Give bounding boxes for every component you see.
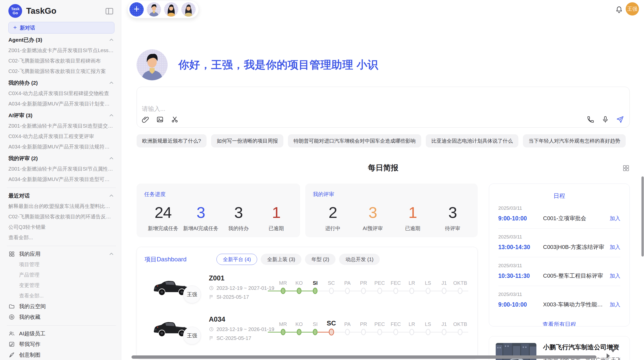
chevron-up-icon[interactable] xyxy=(108,80,114,86)
stat-metric: 2进行中 xyxy=(313,203,353,232)
sidebar-section-header[interactable]: 我的评审 (2) xyxy=(8,153,114,164)
sidebar-item[interactable]: A034-全新新能源MUV产品开发项目计划变更表编写 xyxy=(8,99,114,109)
milestone: PA xyxy=(339,318,355,337)
sidebar-item[interactable]: A034-全新新能源MUV产品开发项目造型可行性评审 xyxy=(8,174,114,185)
sidebar-app-item[interactable]: 产品管理 xyxy=(8,270,114,280)
sidebar-item[interactable]: Z001-全新燃油轻卡产品开发项目SI造型提交物评审 xyxy=(8,121,114,131)
project-dates-text: 2023-12-19 ~ 2027-01-19 xyxy=(216,285,274,291)
member-avatar[interactable] xyxy=(181,2,196,17)
stat-value: 2 xyxy=(313,203,353,221)
milestone-label: PA xyxy=(344,318,350,327)
new-chat-button[interactable]: + 新对话 xyxy=(8,22,114,34)
clock-icon xyxy=(209,327,214,332)
dashboard-tab[interactable]: 全新上装 (3) xyxy=(261,254,301,265)
stat-value: 24 xyxy=(144,203,182,221)
sidebar-tool-item[interactable]: AI超级员工 xyxy=(8,328,114,339)
view-all-schedule-link[interactable]: 查看所有日程 xyxy=(498,321,620,326)
divider xyxy=(7,188,116,188)
sidebar-app-item[interactable]: 查看全部... xyxy=(8,291,114,301)
stat-value: 3 xyxy=(220,203,257,221)
chevron-up-icon[interactable] xyxy=(108,193,114,199)
attach-icon[interactable] xyxy=(141,116,149,123)
sidebar-tool-item[interactable]: 创意制图 xyxy=(8,350,114,360)
suggestion-chip[interactable]: 如何写一份清晰的项目周报 xyxy=(211,134,283,147)
chevron-up-icon[interactable] xyxy=(108,251,114,257)
chevron-up-icon[interactable] xyxy=(108,37,114,43)
phone-icon[interactable] xyxy=(587,116,594,123)
stat-card-title: 任务进度 xyxy=(144,191,295,198)
sidebar-section-header[interactable]: AI评审 (3) xyxy=(8,110,114,121)
member-avatar[interactable] xyxy=(164,2,178,17)
join-link[interactable]: 加入 xyxy=(610,272,620,279)
milestone-node xyxy=(458,329,463,335)
chevron-up-icon[interactable] xyxy=(108,155,114,161)
milestone-node xyxy=(361,329,366,335)
milestone-node xyxy=(297,329,301,335)
schedule-event-name: X003-车辆动力学性能验... xyxy=(543,301,607,308)
recent-conversation-item[interactable]: 公司Q3轻卡销量 xyxy=(8,222,114,232)
sidebar-section-header[interactable]: 最近对话 xyxy=(8,190,114,201)
suggestion-chip[interactable]: 当下年轻人对汽车外观有怎样的喜好趋势 xyxy=(523,134,626,147)
suggestion-chip[interactable]: 比亚迪全固态电池计划具体说了什么 xyxy=(426,134,518,147)
recent-conversation-item[interactable]: 解释最新出台的欧盟报废车法规再生塑料比例被调至15%... xyxy=(8,201,114,212)
chat-input-placeholder: 请输入... xyxy=(142,105,165,113)
sidebar-section-header[interactable]: 我的待办 (2) xyxy=(8,78,114,88)
horizontal-scrollbar[interactable] xyxy=(131,355,596,359)
chevron-up-icon[interactable] xyxy=(108,112,114,118)
mic-icon[interactable] xyxy=(602,116,609,123)
suggestion-chip[interactable]: 特朗普可能对进口汽车增税会对中国车企造成哪些影响 xyxy=(288,134,421,147)
add-session-button[interactable]: + xyxy=(129,2,144,17)
image-icon[interactable] xyxy=(156,116,164,123)
dashboard-tab[interactable]: 年型 (2) xyxy=(305,254,335,265)
milestone-node xyxy=(426,329,430,335)
sidebar-item[interactable]: Z001-全新燃油皮卡产品开发项目SI节点Lesson Learn报告 xyxy=(8,45,114,56)
join-link[interactable]: 加入 xyxy=(610,301,620,308)
sidebar-section-header[interactable]: Agent已办 (3) xyxy=(8,35,114,45)
logo-text-bottom: Go xyxy=(13,11,18,15)
dashboard-tab[interactable]: 动总开发 (1) xyxy=(339,254,380,265)
sidebar-item[interactable]: C0X4-动力总成开发项目SI里程碑提交物检查 xyxy=(8,88,114,99)
stat-metric: 3AI预评审 xyxy=(353,203,393,232)
member-avatar[interactable] xyxy=(147,2,161,17)
join-link[interactable]: 加入 xyxy=(610,244,620,251)
sidebar-item[interactable]: C02-飞腾新能源轻客改款项目立项汇报方案 xyxy=(8,66,114,77)
sidebar-section-header[interactable]: 我的应用 xyxy=(8,249,114,259)
sidebar-tool-label: 帮我写作 xyxy=(19,341,40,348)
sidebar-item-label: 我的收藏 xyxy=(19,313,40,321)
milestone-label: J1 xyxy=(441,277,447,286)
scissors-icon[interactable] xyxy=(171,116,179,123)
recent-conversation-item[interactable]: C02-飞腾新能源轻客改款项目的闭环通告反馈情况 xyxy=(8,212,114,222)
milestone: LR xyxy=(404,318,420,337)
layout-grid-icon[interactable] xyxy=(622,164,630,172)
sidebar-item[interactable]: C02-飞腾新能源轻客改款项目里程碑画布 xyxy=(8,56,114,66)
sidebar-item-folder[interactable]: 我的云空间 xyxy=(8,301,114,312)
stat-label: 已逾期 xyxy=(257,225,295,232)
recent-conversation-item[interactable]: 查看全部... xyxy=(8,232,114,243)
sidebar-app-item[interactable]: 项目管理 xyxy=(8,259,114,270)
dashboard-tab[interactable]: 全新平台 (4) xyxy=(216,254,257,265)
sidebar-item[interactable]: C0X4-动力总成开发项目工程变更评审 xyxy=(8,131,114,142)
join-link[interactable]: 加入 xyxy=(610,215,620,222)
sidebar-tool-item[interactable]: 帮我写作 xyxy=(8,339,114,350)
milestone-label: LS xyxy=(425,277,431,286)
send-icon[interactable] xyxy=(616,116,624,123)
project-code: A034 xyxy=(209,316,275,323)
milestone-label: LR xyxy=(409,277,415,286)
vertical-scrollbar[interactable] xyxy=(641,176,644,257)
sidebar-section-label: AI评审 (3) xyxy=(8,112,33,119)
schedule-item: 2025/03/1110:30-11:30C005-整车工程目标评审加入 xyxy=(498,257,620,286)
scroll-right-arrow[interactable] xyxy=(607,353,610,358)
sidebar-item[interactable]: Z001-全新燃油轻卡产品开发项目SI节点属性5D文件评审 xyxy=(8,164,114,174)
sidebar-app-item[interactable]: 变更管理 xyxy=(8,280,114,291)
daily-brief-header: 每日简报 xyxy=(137,162,630,173)
chat-input[interactable]: 请输入... xyxy=(137,87,630,128)
sidebar-item-star-circle[interactable]: 我的收藏 xyxy=(8,312,114,322)
milestone-label: FEC xyxy=(391,318,401,327)
milestone-label: OKTB xyxy=(453,277,467,286)
schedule-item: 2025/03/119:00-10:00C001-立项审批会加入 xyxy=(498,200,620,229)
suggestion-chip[interactable]: 欧洲新规最近颁布了什么? xyxy=(137,134,207,147)
scroll-down-arrow[interactable] xyxy=(610,349,616,352)
stat-value: 3 xyxy=(353,203,393,221)
sidebar-item[interactable]: A034-全新新能源MUV产品开发项目法规符合性评审 xyxy=(8,142,114,152)
sidebar-collapse-icon[interactable] xyxy=(105,7,114,16)
